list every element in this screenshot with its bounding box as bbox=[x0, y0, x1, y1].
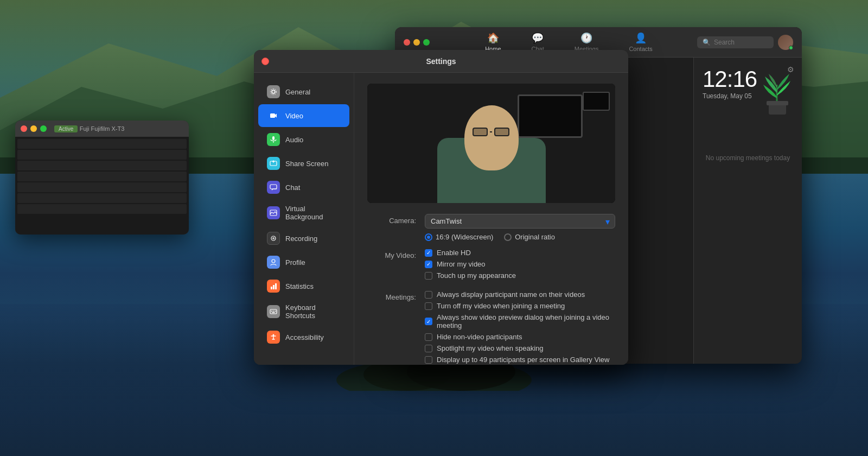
svg-rect-22 bbox=[273, 285, 275, 289]
sidebar-item-keyboard-shortcuts[interactable]: Keyboard Shortcuts bbox=[258, 299, 349, 325]
home-icon: 🏠 bbox=[487, 32, 499, 44]
camera-select-wrapper: CamTwist bbox=[425, 214, 615, 229]
display-name-row[interactable]: Always display participant name on their… bbox=[425, 290, 615, 299]
display-name-label: Always display participant name on their… bbox=[437, 290, 585, 299]
spotlight-row[interactable]: Spotlight my video when speaking bbox=[425, 344, 615, 352]
touch-up-row[interactable]: Touch up my appearance bbox=[425, 271, 615, 280]
my-video-controls: Enable HD Mirror my video Touch up my ap… bbox=[425, 249, 615, 283]
meetings-form-row: Meetings: Always display participant nam… bbox=[367, 290, 615, 365]
settings-close-btn[interactable] bbox=[261, 58, 269, 65]
enable-hd-checkbox[interactable] bbox=[425, 249, 432, 257]
svg-rect-13 bbox=[272, 136, 275, 140]
svg-rect-23 bbox=[275, 283, 277, 289]
video-icon bbox=[267, 109, 280, 122]
svg-point-20 bbox=[272, 259, 275, 263]
spotlight-label: Spotlight my video when speaking bbox=[437, 344, 544, 352]
meetings-label: Meetings: bbox=[367, 290, 416, 301]
svg-rect-26 bbox=[273, 311, 275, 312]
gallery-view-checkbox[interactable] bbox=[425, 356, 432, 364]
zoom-nav-contacts[interactable]: 👤 Contacts bbox=[624, 30, 656, 54]
sidebar-item-audio[interactable]: Audio bbox=[258, 128, 349, 151]
sidebar-item-accessibility[interactable]: Accessibility bbox=[258, 326, 349, 349]
svg-rect-21 bbox=[271, 287, 272, 289]
settings-content: Camera: CamTwist 16:9 (Widescreen) bbox=[354, 73, 628, 365]
gallery-view-row[interactable]: Display up to 49 participants per screen… bbox=[425, 356, 615, 364]
camera-form-row: Camera: CamTwist 16:9 (Widescreen) bbox=[367, 214, 615, 241]
enable-hd-row[interactable]: Enable HD bbox=[425, 249, 615, 257]
svg-rect-28 bbox=[272, 312, 275, 313]
radio-widescreen-label: 16:9 (Widescreen) bbox=[436, 233, 493, 241]
profile-label: Profile bbox=[285, 258, 305, 267]
camera-preview bbox=[367, 84, 615, 203]
svg-point-19 bbox=[272, 237, 275, 239]
keyboard-shortcuts-icon bbox=[267, 305, 280, 318]
hide-non-video-row[interactable]: Hide non-video participants bbox=[425, 333, 615, 341]
camera-select[interactable]: CamTwist bbox=[425, 214, 615, 229]
radio-original[interactable]: Original ratio bbox=[504, 233, 555, 241]
share-screen-label: Share Screen bbox=[285, 160, 329, 168]
zoom-minimize-btn[interactable] bbox=[413, 39, 420, 46]
sidebar-item-statistics[interactable]: Statistics bbox=[258, 275, 349, 297]
virtual-background-icon bbox=[267, 206, 280, 219]
sidebar-item-recording[interactable]: Recording bbox=[258, 227, 349, 250]
spotlight-checkbox[interactable] bbox=[425, 345, 432, 352]
profile-icon bbox=[267, 256, 280, 269]
sidebar-item-video[interactable]: Video bbox=[258, 104, 349, 127]
avatar-status-dot bbox=[789, 46, 793, 50]
sidebar-item-general[interactable]: General bbox=[258, 80, 349, 103]
sidebar-item-chat[interactable]: Chat bbox=[258, 176, 349, 199]
recording-label: Recording bbox=[285, 235, 317, 243]
small-window-title: Fuji Fujifilm X-T3 bbox=[80, 125, 125, 132]
svg-point-10 bbox=[272, 90, 275, 93]
sidebar-item-share-screen[interactable]: Share Screen bbox=[258, 152, 349, 175]
audio-icon bbox=[267, 133, 280, 146]
zoom-search-bar[interactable]: 🔍 bbox=[697, 36, 774, 48]
svg-rect-12 bbox=[270, 113, 275, 118]
audio-label: Audio bbox=[285, 136, 303, 144]
hide-non-video-label: Hide non-video participants bbox=[437, 333, 522, 341]
contacts-label: Contacts bbox=[629, 46, 652, 52]
accessibility-label: Accessibility bbox=[285, 333, 324, 341]
background-monitor bbox=[518, 94, 583, 138]
sidebar-item-profile[interactable]: Profile bbox=[258, 251, 349, 274]
svg-rect-25 bbox=[271, 311, 272, 312]
display-name-checkbox[interactable] bbox=[425, 291, 432, 299]
zoom-close-btn[interactable] bbox=[404, 39, 410, 46]
hide-non-video-checkbox[interactable] bbox=[425, 333, 432, 341]
contacts-icon: 👤 bbox=[635, 32, 647, 44]
small-window-close-btn[interactable] bbox=[21, 125, 27, 132]
person-head bbox=[464, 105, 519, 170]
meetings-controls: Always display participant name on their… bbox=[425, 290, 615, 365]
no-meetings-text: No upcoming meetings today bbox=[703, 154, 793, 162]
small-window-content bbox=[15, 137, 189, 235]
show-preview-checkbox[interactable] bbox=[425, 318, 432, 325]
sidebar-item-virtual-background[interactable]: Virtual Background bbox=[258, 200, 349, 226]
active-badge: Active bbox=[54, 125, 78, 132]
radio-widescreen-circle bbox=[425, 233, 432, 241]
chat-sidebar-label: Chat bbox=[285, 183, 300, 192]
camera-label: Camera: bbox=[367, 214, 416, 225]
chat-icon: 💬 bbox=[532, 32, 544, 44]
keyboard-shortcuts-label: Keyboard Shortcuts bbox=[285, 303, 341, 320]
plant-illustration bbox=[757, 68, 797, 115]
zoom-avatar-container bbox=[778, 35, 793, 50]
camera-controls: CamTwist 16:9 (Widescreen) Original rati… bbox=[425, 214, 615, 241]
my-video-label: My Video: bbox=[367, 249, 416, 259]
zoom-maximize-btn[interactable] bbox=[423, 39, 430, 46]
settings-titlebar: Settings bbox=[254, 50, 628, 73]
search-input[interactable] bbox=[714, 39, 768, 46]
turn-off-video-row[interactable]: Turn off my video when joining a meeting bbox=[425, 302, 615, 310]
general-icon bbox=[267, 85, 280, 98]
touch-up-checkbox[interactable] bbox=[425, 272, 432, 280]
gear-button[interactable]: ⚙ bbox=[787, 65, 794, 74]
mirror-video-row[interactable]: Mirror my video bbox=[425, 260, 615, 268]
radio-widescreen[interactable]: 16:9 (Widescreen) bbox=[425, 233, 493, 241]
meetings-icon: 🕐 bbox=[580, 32, 592, 44]
turn-off-video-checkbox[interactable] bbox=[425, 302, 432, 310]
small-window-minimize-btn[interactable] bbox=[30, 125, 37, 132]
show-preview-row[interactable]: Always show video preview dialog when jo… bbox=[425, 313, 615, 330]
aspect-ratio-row: 16:9 (Widescreen) Original ratio bbox=[425, 233, 615, 241]
mirror-video-checkbox[interactable] bbox=[425, 261, 432, 268]
small-window-maximize-btn[interactable] bbox=[40, 125, 47, 132]
zoom-right-panel: 12:16 Tuesday, May 05 No upcoming meetin… bbox=[693, 58, 802, 364]
